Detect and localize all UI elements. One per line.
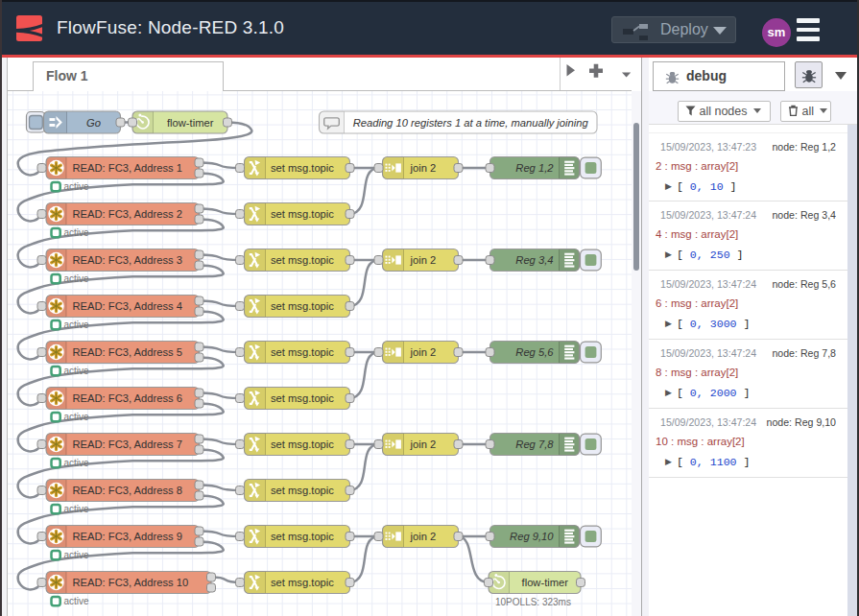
svg-text:flow-timer: flow-timer <box>522 577 569 588</box>
svg-text:join 2: join 2 <box>410 254 437 266</box>
svg-text:Reg 3,4: Reg 3,4 <box>515 254 553 266</box>
svg-text:set msg.topic: set msg.topic <box>271 346 334 358</box>
svg-text:set msg.topic: set msg.topic <box>271 485 334 496</box>
svg-text:READ: FC3, Address 7: READ: FC3, Address 7 <box>73 438 182 450</box>
svg-text:READ: FC3, Address 6: READ: FC3, Address 6 <box>73 392 182 404</box>
svg-text:READ: FC3, Address 2: READ: FC3, Address 2 <box>73 208 182 220</box>
svg-text:join 2: join 2 <box>410 531 437 542</box>
svg-text:Reg 1,2: Reg 1,2 <box>515 162 554 174</box>
svg-text:set msg.topic: set msg.topic <box>271 300 334 312</box>
svg-text:active: active <box>64 320 90 330</box>
svg-text:active: active <box>64 412 90 422</box>
svg-text:active: active <box>64 458 90 468</box>
svg-text:set msg.topic: set msg.topic <box>271 162 334 174</box>
svg-text:flow-timer: flow-timer <box>167 117 214 129</box>
svg-text:READ: FC3, Address 9: READ: FC3, Address 9 <box>73 531 182 542</box>
svg-text:join 2: join 2 <box>410 162 437 174</box>
svg-text:READ: FC3, Address 1: READ: FC3, Address 1 <box>73 162 182 174</box>
svg-text:active: active <box>64 504 90 514</box>
svg-text:active: active <box>64 181 90 192</box>
svg-text:active: active <box>64 273 90 284</box>
svg-text:10POLLS: 323ms: 10POLLS: 323ms <box>495 597 571 607</box>
svg-text:active: active <box>64 227 90 238</box>
svg-text:join 2: join 2 <box>410 438 437 450</box>
svg-text:join 2: join 2 <box>410 346 437 358</box>
svg-text:set msg.topic: set msg.topic <box>271 208 334 220</box>
svg-text:READ: FC3, Address 10: READ: FC3, Address 10 <box>73 577 189 588</box>
svg-text:set msg.topic: set msg.topic <box>271 438 334 450</box>
svg-text:Reg 9,10: Reg 9,10 <box>510 531 554 542</box>
svg-text:set msg.topic: set msg.topic <box>271 392 334 404</box>
svg-text:Reg 7,8: Reg 7,8 <box>515 438 554 450</box>
svg-text:set msg.topic: set msg.topic <box>271 254 334 266</box>
svg-text:Reading 10 registers 1 at a ti: Reading 10 registers 1 at a time, manual… <box>353 117 589 129</box>
svg-text:active: active <box>64 550 90 560</box>
svg-text:READ: FC3, Address 8: READ: FC3, Address 8 <box>73 485 182 496</box>
svg-text:Reg 5,6: Reg 5,6 <box>515 346 554 358</box>
svg-text:READ: FC3, Address 3: READ: FC3, Address 3 <box>73 254 182 266</box>
svg-text:READ: FC3, Address 5: READ: FC3, Address 5 <box>73 346 182 358</box>
svg-text:set msg.topic: set msg.topic <box>271 531 334 542</box>
svg-text:Go: Go <box>86 117 101 129</box>
svg-text:active: active <box>64 596 90 606</box>
svg-text:READ: FC3, Address 4: READ: FC3, Address 4 <box>73 300 182 312</box>
svg-text:set msg.topic: set msg.topic <box>271 577 334 588</box>
svg-text:active: active <box>64 366 90 376</box>
